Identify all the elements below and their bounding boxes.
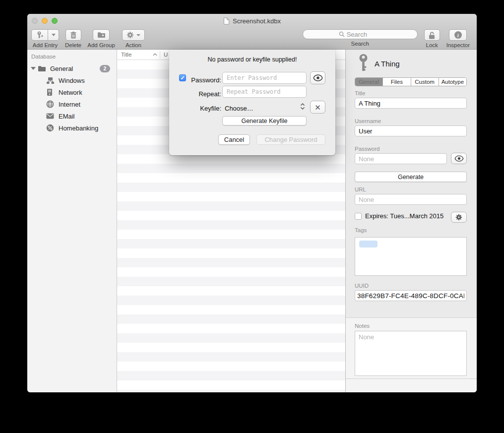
document-proxy-icon[interactable] [223,17,230,25]
lock-group: Lock [424,29,440,48]
tab-autotype[interactable]: Autotype [439,78,466,86]
sidebar-item-windows[interactable]: Windows [27,74,117,86]
action-group: Action [122,29,145,48]
add-entry-dropdown[interactable] [48,29,59,41]
app-window: Screenshot.kdbx Add Entry Delete [27,14,477,392]
chevron-down-icon [52,34,56,36]
gear-icon [126,31,134,39]
envelope-icon [46,113,54,119]
sheet-message: No password or keyfile supplied! [169,56,335,63]
column-header-title[interactable]: Title [117,52,160,58]
search-label: Search [351,41,369,47]
expires-label: Expires: Tues...March 2015 [365,212,443,220]
lock-button[interactable] [424,29,440,41]
reveal-password-button[interactable] [310,71,325,84]
search-input[interactable] [347,31,381,38]
expires-row: Expires: Tues...March 2015 [355,212,443,220]
generate-keyfile-button[interactable]: Generate Keyfile [222,116,307,125]
eye-icon [313,74,323,81]
toolbar: Add Entry Delete Add Group Action [27,28,477,50]
cancel-button[interactable]: Cancel [218,134,250,145]
sidebar-header: Database [31,54,56,60]
add-entry-button[interactable] [31,29,59,41]
clear-keyfile-button[interactable]: ✕ [310,101,325,114]
titlebar[interactable]: Screenshot.kdbx [27,14,477,28]
title-field[interactable] [355,98,467,109]
disclosure-triangle-icon[interactable] [31,67,36,70]
change-password-sheet: No password or keyfile supplied! ✓ Passw… [169,50,335,155]
divider [346,378,477,379]
inspector-button[interactable]: i [449,29,467,41]
eye-icon [454,155,464,162]
entry-count-badge: 2 [100,65,110,72]
action-label: Action [126,42,141,48]
sidebar-item-label: Internet [59,101,80,108]
add-entry-label: Add Entry [33,42,58,48]
add-group-group: Add Group [87,29,115,48]
sidebar-item-internet[interactable]: Internet [27,98,117,110]
search-icon [339,31,345,37]
inspector-panel: A Thing General Files Custom Autotype Ti… [345,50,477,392]
sidebar: Database General 2 Windows Network Inter… [27,50,117,392]
delete-button[interactable] [65,29,81,41]
delete-label: Delete [65,42,81,48]
reveal-password-button[interactable] [451,153,467,164]
add-group-button[interactable] [93,29,110,41]
sidebar-item-label: Windows [59,77,85,84]
username-field[interactable] [355,125,467,136]
info-icon: i [454,31,462,39]
key-plus-icon[interactable] [31,29,48,41]
tab-files[interactable]: Files [383,78,411,86]
title-field-label: Title [355,90,365,96]
sidebar-item-label: Homebanking [59,124,98,132]
search-field[interactable] [303,29,418,39]
sidebar-item-network[interactable]: Network [27,86,117,98]
column-header-username[interactable]: U [160,52,168,58]
url-field[interactable] [355,194,467,205]
uuid-field[interactable] [355,290,467,301]
tab-custom[interactable]: Custom [411,78,439,86]
gear-icon [455,214,462,221]
keyfile-popup[interactable]: Choose… [225,105,253,112]
action-button[interactable] [122,29,145,41]
tags-field[interactable] [355,237,467,276]
inspector-tabs: General Files Custom Autotype [355,77,467,86]
uuid-field-label: UUID [355,283,369,289]
window-title-group: Screenshot.kdbx [27,14,477,28]
notes-field[interactable] [355,331,467,376]
repeat-input[interactable] [222,86,307,98]
window-chrome: Screenshot.kdbx Add Entry Delete [27,14,477,50]
add-entry-group: Add Entry [31,29,59,48]
workgroup-icon [46,77,55,84]
folder-icon [38,65,46,72]
expires-settings-button[interactable] [451,212,467,223]
stepper-icon[interactable] [300,103,305,112]
trash-icon [70,31,77,39]
notes-section: Notes [346,317,477,392]
search-group: Search [303,29,418,47]
username-field-label: Username [355,118,381,124]
generate-password-button[interactable]: Generate [355,172,467,182]
entry-title: A Thing [375,60,400,68]
tab-general[interactable]: General [355,78,383,86]
globe-icon [46,100,54,108]
repeat-label: Repeat: [179,90,221,98]
lock-label: Lock [426,42,438,48]
change-password-button[interactable]: Change Password [256,134,325,145]
key-icon [358,54,369,74]
sidebar-item-homebanking[interactable]: Homebanking [27,122,117,134]
tag-token[interactable] [359,241,378,247]
unlock-icon [428,31,436,39]
sidebar-item-general[interactable]: General 2 [27,62,117,74]
sidebar-item-label: General [50,65,73,72]
password-field[interactable] [355,153,447,164]
expires-checkbox[interactable] [355,213,362,220]
close-icon: ✕ [315,104,321,111]
password-field-label: Password [355,146,380,152]
sidebar-item-email[interactable]: EMail [27,110,117,122]
password-input[interactable] [222,72,307,84]
inspector-toggle-group: i Inspector [446,29,470,48]
delete-group: Delete [65,29,81,48]
percent-icon [46,124,54,132]
sidebar-item-label: Network [59,89,82,96]
